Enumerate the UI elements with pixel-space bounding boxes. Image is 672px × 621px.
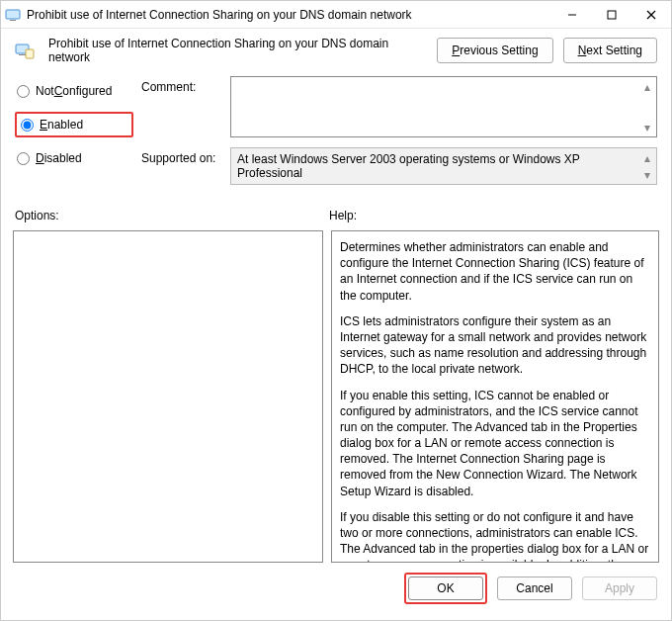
header: Prohibit use of Internet Connection Shar… — [1, 29, 671, 72]
help-label: Help: — [329, 209, 357, 222]
help-paragraph: ICS lets administrators configure their … — [340, 313, 650, 378]
radio-not-configured[interactable]: Not Configured — [15, 82, 133, 100]
svg-rect-7 — [19, 54, 26, 55]
radio-enabled[interactable]: Enabled — [19, 116, 108, 133]
close-button[interactable] — [631, 1, 671, 29]
svg-rect-0 — [6, 10, 20, 19]
help-paragraph: If you enable this setting, ICS cannot b… — [340, 388, 650, 499]
svg-rect-3 — [608, 11, 616, 19]
options-label: Options: — [15, 209, 329, 222]
supported-on-field: At least Windows Server 2003 operating s… — [230, 147, 657, 185]
cancel-button[interactable]: Cancel — [497, 577, 572, 600]
maximize-button[interactable] — [592, 1, 631, 29]
next-setting-button[interactable]: Next Setting — [563, 38, 657, 63]
svg-rect-1 — [10, 20, 16, 21]
ok-button[interactable]: OK — [408, 577, 483, 600]
scroll-up-icon: ▴ — [638, 149, 655, 166]
scroll-down-icon: ▾ — [638, 166, 655, 183]
comment-label: Comment: — [141, 76, 230, 137]
help-pane[interactable]: Determines whether administrators can en… — [331, 230, 659, 563]
titlebar: Prohibit use of Internet Connection Shar… — [1, 1, 671, 29]
apply-button: Apply — [582, 577, 657, 600]
scroll-down-icon[interactable]: ▾ — [638, 119, 655, 135]
help-paragraph: If you disable this setting or do not co… — [340, 509, 650, 563]
policy-icon — [15, 42, 35, 59]
comment-field[interactable]: ▴ ▾ — [230, 76, 657, 137]
help-paragraph: Determines whether administrators can en… — [340, 239, 650, 304]
minimize-button[interactable] — [552, 1, 592, 29]
state-radio-group: Not Configured Enabled Disabled — [15, 76, 133, 195]
svg-rect-8 — [26, 49, 34, 58]
policy-title: Prohibit use of Internet Connection Shar… — [48, 37, 427, 64]
window-title: Prohibit use of Internet Connection Shar… — [27, 8, 552, 22]
supported-on-label: Supported on: — [141, 147, 230, 185]
dialog-footer: OK Cancel Apply — [1, 563, 671, 614]
app-icon — [5, 7, 21, 23]
previous-setting-button[interactable]: Previous Setting — [437, 38, 552, 63]
radio-disabled[interactable]: Disabled — [15, 149, 133, 167]
scroll-up-icon[interactable]: ▴ — [638, 78, 655, 95]
options-pane — [13, 230, 323, 563]
